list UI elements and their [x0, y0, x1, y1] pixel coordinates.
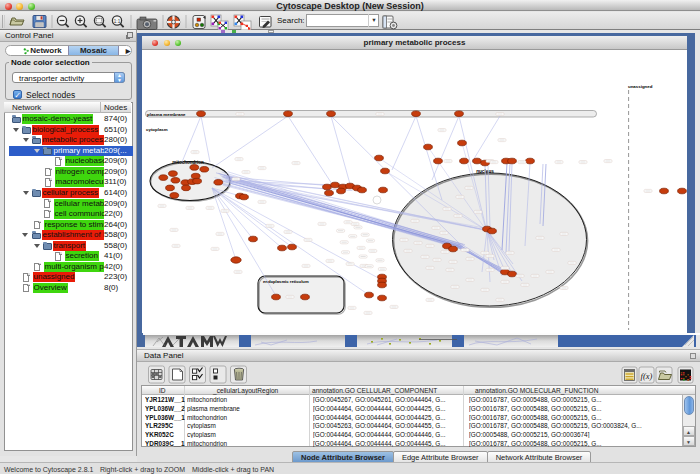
svg-text:unassigned: unassigned — [628, 84, 653, 89]
svg-text:mitochondrion: mitochondrion — [172, 160, 204, 165]
svg-text:endoplasmic reticulum: endoplasmic reticulum — [263, 279, 309, 284]
svg-text:1:1: 1:1 — [114, 19, 121, 24]
svg-text:cytoplasm: cytoplasm — [146, 127, 168, 132]
svg-text:plasma membrane: plasma membrane — [147, 112, 186, 117]
svg-text:f(x): f(x) — [641, 371, 653, 381]
